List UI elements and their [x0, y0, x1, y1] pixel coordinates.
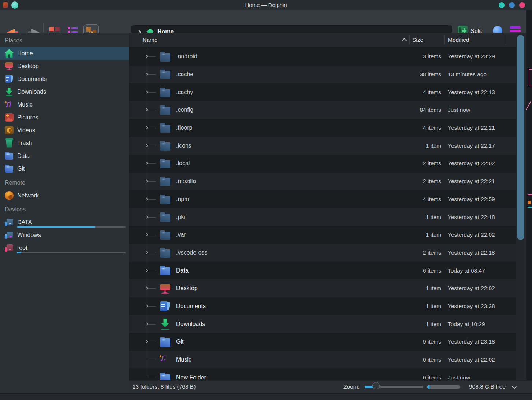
trash-icon	[5, 139, 14, 148]
expand-chevron-icon[interactable]	[145, 340, 148, 344]
file-size: 4 items	[423, 125, 441, 131]
sidebar-item-label: Trash	[17, 140, 32, 147]
file-row-.floorp[interactable]: .floorp4 itemsYesterday at 22:21	[129, 119, 516, 137]
column-header-size[interactable]: Size	[412, 37, 423, 43]
file-name: .cache	[176, 71, 193, 78]
expand-chevron-icon[interactable]	[145, 55, 148, 58]
device-usage-bar	[17, 252, 126, 253]
file-row-.var[interactable]: .var1 itemYesterday at 22:02	[129, 226, 516, 244]
file-row-desktop[interactable]: Desktop1 itemYesterday at 22:02	[129, 279, 516, 297]
expand-chevron-icon[interactable]	[145, 144, 148, 148]
file-size: 3 items	[423, 53, 441, 60]
file-modified: Just now	[448, 374, 470, 380]
file-list-view: Name Size Modified .android3 itemsYester…	[129, 33, 516, 380]
sidebar-item-desktop[interactable]: Desktop	[0, 60, 129, 73]
sidebar-item-downloads[interactable]: Downloads	[0, 85, 129, 98]
file-name: .mozilla	[176, 178, 196, 185]
sidebar-item-label: Git	[17, 166, 25, 172]
sidebar-item-windows[interactable]: Windows	[0, 229, 129, 241]
sidebar-item-git[interactable]: Git	[0, 162, 129, 175]
file-row-.npm[interactable]: .npm4 itemsYesterday at 22:59	[129, 190, 516, 208]
file-name: .cachy	[176, 89, 193, 96]
expand-chevron-icon[interactable]	[145, 73, 148, 76]
expand-chevron-icon[interactable]	[145, 233, 148, 237]
documents-icon	[160, 301, 171, 312]
sidebar-item-network[interactable]: Network	[0, 189, 129, 202]
free-space-bar[interactable]	[427, 385, 460, 389]
file-name: Data	[176, 267, 189, 274]
file-row-.local[interactable]: .local2 itemsYesterday at 22:02	[129, 155, 516, 173]
free-space-chevron-icon[interactable]	[512, 384, 517, 389]
expand-chevron-icon[interactable]	[145, 90, 148, 94]
file-row-.android[interactable]: .android3 itemsYesterday at 23:29	[129, 48, 516, 66]
file-row-data[interactable]: Data6 itemsToday at 08:47	[129, 262, 516, 279]
file-row-.pki[interactable]: .pki1 itemYesterday at 22:18	[129, 208, 516, 226]
sidebar-item-home[interactable]: Home	[0, 47, 129, 60]
file-size: 1 item	[426, 321, 441, 327]
section-label-remote: Remote	[0, 175, 129, 189]
column-header-name[interactable]: Name	[142, 37, 157, 43]
home-icon	[5, 49, 14, 58]
expand-chevron-icon[interactable]	[145, 322, 148, 326]
maximize-button[interactable]	[509, 2, 515, 8]
expand-chevron-icon[interactable]	[145, 286, 148, 290]
zoom-slider-handle[interactable]	[372, 382, 380, 389]
expand-chevron-icon[interactable]	[145, 162, 148, 165]
file-modified: Yesterday at 22:18	[448, 214, 495, 221]
sidebar-item-label: Data	[17, 153, 30, 159]
scrollbar-thumb[interactable]	[517, 35, 524, 240]
minimize-button[interactable]	[499, 2, 505, 8]
file-row-.config[interactable]: .config84 itemsJust now	[129, 101, 516, 119]
file-row-.cache[interactable]: .cache38 items13 minutes ago	[129, 66, 516, 84]
expand-chevron-icon[interactable]	[145, 179, 148, 183]
expand-chevron-icon[interactable]	[145, 197, 148, 201]
expand-chevron-icon[interactable]	[145, 304, 148, 308]
column-header-row: Name Size Modified	[129, 33, 516, 48]
expand-chevron-icon[interactable]	[145, 268, 148, 272]
file-modified: Yesterday at 22:02	[448, 232, 495, 238]
toolbar: Home Split	[0, 10, 532, 33]
sidebar-item-root[interactable]: root	[0, 241, 129, 254]
file-rows: .android3 itemsYesterday at 23:29.cache3…	[129, 48, 516, 380]
file-name: .floorp	[176, 125, 192, 131]
file-row-new-folder[interactable]: New Folder0 itemsJust now	[129, 368, 516, 380]
file-row-.mozilla[interactable]: .mozilla2 itemsYesterday at 22:21	[129, 173, 516, 190]
file-row-documents[interactable]: Documents1 itemYesterday at 23:38	[129, 297, 516, 315]
file-row-.icons[interactable]: .icons1 itemYesterday at 22:17	[129, 137, 516, 155]
network-icon	[5, 191, 14, 200]
sidebar-item-videos[interactable]: Videos	[0, 124, 129, 137]
expand-chevron-icon[interactable]	[145, 126, 148, 130]
section-label-devices: Devices	[0, 202, 129, 216]
drive-icon	[5, 218, 14, 227]
free-space-text: 908.8 GiB free	[469, 384, 506, 390]
file-row-.vscode-oss[interactable]: .vscode-oss2 itemsYesterday at 22:18	[129, 244, 516, 262]
file-modified: Today at 10:29	[448, 321, 485, 327]
close-button[interactable]	[519, 2, 525, 8]
sidebar-item-music[interactable]: Music	[0, 98, 129, 111]
file-size: 4 items	[423, 89, 441, 96]
titlebar[interactable]: Home — Dolphin	[0, 0, 532, 10]
file-row-.cachy[interactable]: .cachy4 itemsYesterday at 22:13	[129, 83, 516, 101]
file-size: 1 item	[426, 285, 441, 292]
sidebar-item-trash[interactable]: Trash	[0, 137, 129, 149]
documents-icon	[5, 75, 14, 84]
expand-chevron-icon[interactable]	[145, 108, 148, 112]
sort-ascending-icon[interactable]	[402, 38, 407, 43]
file-size: 84 items	[420, 107, 441, 113]
file-size: 1 item	[426, 214, 441, 221]
sidebar-item-documents[interactable]: Documents	[0, 73, 129, 85]
file-modified: Yesterday at 22:02	[448, 160, 495, 167]
sidebar-item-data[interactable]: Data	[0, 149, 129, 162]
file-row-git[interactable]: Git9 itemsYesterday at 23:18	[129, 333, 516, 351]
file-modified: Yesterday at 22:02	[448, 356, 495, 363]
file-row-downloads[interactable]: Downloads1 itemToday at 10:29	[129, 315, 516, 333]
file-row-music[interactable]: Music0 itemsYesterday at 22:02	[129, 351, 516, 369]
vertical-scrollbar[interactable]	[516, 33, 526, 380]
column-header-modified[interactable]: Modified	[448, 37, 469, 43]
expand-chevron-icon[interactable]	[145, 251, 148, 255]
sidebar-item-pictures[interactable]: Pictures	[0, 111, 129, 124]
sidebar-item-label: Music	[17, 101, 33, 108]
expand-chevron-icon[interactable]	[145, 215, 148, 219]
sidebar-item-data[interactable]: DATA	[0, 216, 129, 229]
statusbar: 23 folders, 8 files (768 B) Zoom: 908.8 …	[129, 380, 532, 393]
